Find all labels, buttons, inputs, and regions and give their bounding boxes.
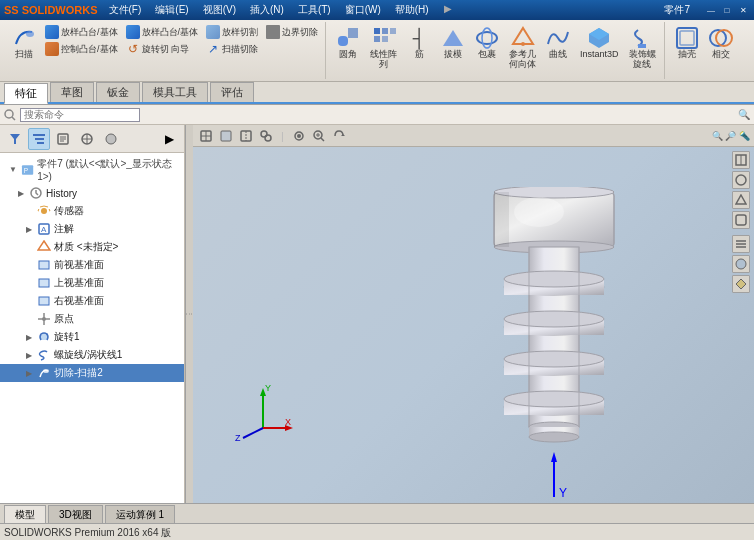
svg-marker-64 — [341, 134, 345, 136]
ref-geo-icon — [511, 26, 535, 50]
view-btn-3[interactable] — [732, 191, 750, 209]
loft-boss2-button[interactable]: 放样凸台/基体 — [123, 24, 202, 40]
tree-item-top-plane[interactable]: ▶ 上视基准面 — [0, 274, 184, 292]
instant3d-label: Instant3D — [580, 50, 619, 60]
3d-viewport[interactable]: Y Y X Z — [193, 147, 754, 503]
annotations-expander: ▶ — [24, 224, 34, 234]
view-filter-button[interactable] — [257, 127, 275, 145]
hide-show-button[interactable] — [290, 127, 308, 145]
tree-item-cut-sweep-label: 切除-扫描2 — [54, 366, 103, 380]
btm-tab-model[interactable]: 模型 — [4, 505, 46, 523]
menu-tools[interactable]: 工具(T) — [295, 3, 334, 17]
view-btn-1[interactable] — [732, 151, 750, 169]
feat-icon-config[interactable] — [76, 128, 98, 150]
tab-features[interactable]: 特征 — [4, 83, 48, 104]
btm-tab-motion[interactable]: 运动算例 1 — [105, 505, 175, 523]
control-boss-button[interactable]: 控制凸台/基体 — [42, 41, 121, 57]
control-boss-icon — [45, 42, 59, 56]
tree-item-annotations[interactable]: ▶ A 注解 — [0, 220, 184, 238]
root-expander: ▼ — [8, 165, 18, 175]
panel-resize-handle[interactable]: ⋮ — [185, 125, 193, 503]
view-orientation-button[interactable] — [197, 127, 215, 145]
tab-mold-tools[interactable]: 模具工具 — [142, 82, 208, 102]
tree-item-cut-sweep[interactable]: ▶ 切除-扫描2 — [0, 364, 184, 382]
zoom-button[interactable] — [310, 127, 328, 145]
svg-rect-43 — [39, 279, 49, 287]
tree-root[interactable]: ▼ P 零件7 (默认<<默认>_显示状态 1>) — [0, 155, 184, 184]
tree-item-sensor[interactable]: ▶ 传感器 — [0, 202, 184, 220]
status-bar: SOLIDWORKS Premium 2016 x64 版 — [0, 523, 754, 540]
tree-item-history[interactable]: ▶ History — [0, 184, 184, 202]
loft-boss-button[interactable]: 放样凸台/基体 — [42, 24, 121, 40]
rotate-view-button[interactable] — [330, 127, 348, 145]
svg-rect-6 — [374, 36, 380, 42]
pattern-button[interactable]: 线性阵列 — [366, 24, 401, 72]
feat-icon-tree[interactable] — [28, 128, 50, 150]
logo-text: SS SOLIDWORKS — [4, 4, 98, 16]
tree-item-material[interactable]: ▶ 材质 <未指定> — [0, 238, 184, 256]
sweep-button[interactable]: 扫描 — [8, 24, 40, 62]
helix-expander: ▶ — [24, 350, 34, 360]
tree-item-revolve[interactable]: ▶ 旋转1 — [0, 328, 184, 346]
window-controls: — □ ✕ — [704, 4, 750, 16]
menu-help[interactable]: 帮助(H) — [392, 3, 432, 17]
svg-rect-4 — [382, 28, 388, 34]
rotate-cut-label: 旋转切 向导 — [142, 43, 190, 56]
deco-helix-button[interactable]: 装饰螺旋线 — [625, 24, 660, 72]
boundary-cut-button[interactable]: 边界切除 — [263, 24, 321, 40]
svg-text:Y: Y — [559, 486, 567, 500]
rib-button[interactable]: ┤ 筋 — [403, 24, 435, 62]
fillet-button[interactable]: 圆角 — [332, 24, 364, 62]
minimize-button[interactable]: — — [704, 4, 718, 16]
section-view-button[interactable] — [237, 127, 255, 145]
menu-view[interactable]: 视图(V) — [200, 3, 239, 17]
menu-window[interactable]: 窗口(W) — [342, 3, 384, 17]
shell-button[interactable]: 抽壳 — [671, 24, 703, 62]
tab-sketch[interactable]: 草图 — [50, 82, 94, 102]
control-boss-label: 控制凸台/基体 — [61, 43, 118, 56]
view-btn-5[interactable] — [732, 235, 750, 253]
maximize-button[interactable]: □ — [720, 4, 734, 16]
search-input[interactable] — [20, 108, 140, 122]
menu-file[interactable]: 文件(F) — [106, 3, 145, 17]
feat-icon-more[interactable]: ▶ — [158, 128, 180, 150]
ribbon: 扫描 放样凸台/基体 控制凸台/基体 放样凸台/基体 — [0, 20, 754, 105]
part-icon: P — [21, 163, 34, 177]
annotations-icon: A — [37, 222, 51, 236]
instant3d-button[interactable]: Instant3D — [576, 24, 623, 62]
view-btn-6[interactable] — [732, 255, 750, 273]
view-btn-2[interactable] — [732, 171, 750, 189]
tree-item-front-plane[interactable]: ▶ 前视基准面 — [0, 256, 184, 274]
svg-marker-22 — [10, 134, 20, 144]
draft-button[interactable]: 拔模 — [437, 24, 469, 62]
sweep-cut-button[interactable]: ↗ 扫描切除 — [203, 41, 261, 57]
display-style-button[interactable] — [217, 127, 235, 145]
view-btn-4[interactable] — [732, 211, 750, 229]
svg-rect-2 — [348, 28, 358, 38]
menu-edit[interactable]: 编辑(E) — [152, 3, 191, 17]
tree-item-origin[interactable]: ▶ 原点 — [0, 310, 184, 328]
tree-item-right-plane[interactable]: ▶ 右视基准面 — [0, 292, 184, 310]
svg-point-73 — [504, 271, 604, 287]
rotate-cut-button[interactable]: ↺ 旋转切 向导 — [123, 41, 202, 57]
sweep-label: 扫描 — [15, 50, 33, 60]
svg-point-76 — [504, 311, 604, 327]
close-button[interactable]: ✕ — [736, 4, 750, 16]
menu-insert[interactable]: 插入(N) — [247, 3, 287, 17]
wrap-button[interactable]: 包裹 — [471, 24, 503, 62]
loft-cut-button[interactable]: 放样切割 — [203, 24, 261, 40]
view-btn-7[interactable] — [732, 275, 750, 293]
tab-sheetmetal[interactable]: 钣金 — [96, 82, 140, 102]
intersect-button[interactable]: 相交 — [705, 24, 737, 62]
tree-item-helix-label: 螺旋线/涡状线1 — [54, 348, 122, 362]
ref-geo-button[interactable]: 参考几何向体 — [505, 24, 540, 72]
sweep-icon — [12, 26, 36, 50]
feat-icon-props[interactable] — [52, 128, 74, 150]
loft-boss-icon — [45, 25, 59, 39]
tab-evaluate[interactable]: 评估 — [210, 82, 254, 102]
tree-item-helix[interactable]: ▶ 螺旋线/涡状线1 — [0, 346, 184, 364]
feat-icon-filter[interactable] — [4, 128, 26, 150]
curve-button[interactable]: 曲线 — [542, 24, 574, 62]
btm-tab-3dview[interactable]: 3D视图 — [48, 505, 103, 523]
feat-icon-display[interactable] — [100, 128, 122, 150]
